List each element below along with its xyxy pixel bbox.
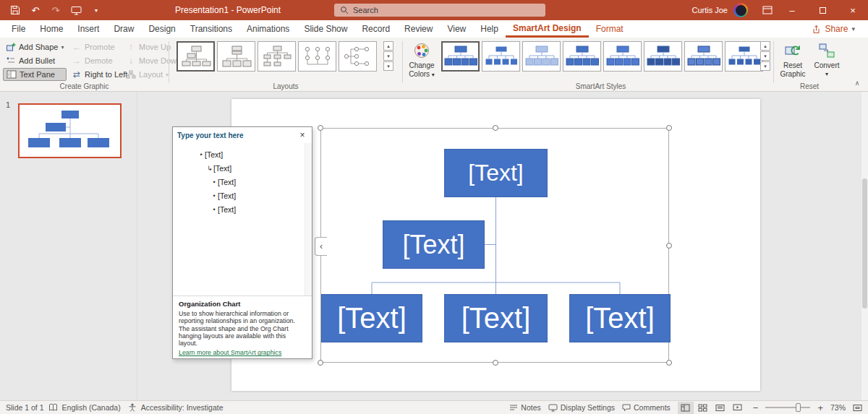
demote-button[interactable]: → Demote <box>69 54 130 67</box>
layout-name: Organization Chart <box>179 300 306 308</box>
tab-design[interactable]: Design <box>141 20 182 38</box>
smartart-selection-frame[interactable]: [Text] [Text] [Text] [Text] [Text] <box>320 128 669 363</box>
convert-button[interactable]: Convert ▾ <box>810 40 843 87</box>
layout-thumbnail-1[interactable] <box>176 41 215 72</box>
display-settings-button[interactable]: Display Settings <box>548 403 615 412</box>
user-name[interactable]: Curtis Joe <box>692 6 728 14</box>
add-shape-button[interactable]: Add Shape ▾ <box>3 40 67 53</box>
text-pane-button[interactable]: Text Pane <box>3 68 67 81</box>
canvas-scrollbar[interactable] <box>861 92 868 400</box>
title-bar: ↶ ↷ ▾ Presentation1 - PowerPoint Search … <box>0 0 868 20</box>
layout-thumbnail-4[interactable] <box>298 41 336 72</box>
smartart-style-thumbnail-4[interactable] <box>563 41 601 72</box>
promote-button[interactable]: ← Promote <box>69 40 130 53</box>
selection-handle-bottom-left[interactable] <box>318 360 323 366</box>
layout-thumbnail-3[interactable] <box>258 41 296 72</box>
selection-handle-top-right[interactable] <box>666 125 672 131</box>
tab-help[interactable]: Help <box>473 20 506 38</box>
avatar[interactable] <box>733 3 748 17</box>
text-pane-item[interactable]: • [Text] <box>173 202 312 216</box>
zoom-level[interactable]: 73% <box>830 403 846 412</box>
selection-handle-top-left[interactable] <box>318 125 323 131</box>
slideshow-view-button[interactable] <box>730 402 746 414</box>
zoom-slider-thumb[interactable] <box>796 403 801 412</box>
smartart-shape-bottom-3[interactable]: [Text] <box>569 294 671 342</box>
layouts-more-button[interactable]: ▾ <box>383 61 393 71</box>
tab-animations[interactable]: Animations <box>239 20 297 38</box>
text-pane-item[interactable]: • [Text] <box>173 147 312 161</box>
smartart-shape-top[interactable]: [Text] <box>444 149 548 197</box>
minimize-button[interactable]: – <box>777 0 807 20</box>
zoom-out-button[interactable]: − <box>753 402 759 413</box>
smartart-style-thumbnail-6[interactable] <box>644 41 682 72</box>
smartart-style-thumbnail-2[interactable] <box>482 41 520 72</box>
add-bullet-button[interactable]: Add Bullet <box>3 54 67 67</box>
tab-transitions[interactable]: Transitions <box>183 20 239 38</box>
smartart-shape-bottom-1[interactable]: [Text] <box>321 294 422 342</box>
comments-button[interactable]: Comments <box>622 403 671 412</box>
tab-record[interactable]: Record <box>354 20 397 38</box>
fit-to-window-icon[interactable] <box>853 404 862 412</box>
normal-view-button[interactable] <box>678 402 694 414</box>
reset-graphic-button[interactable]: Reset Graphic <box>776 40 809 87</box>
right-to-left-button[interactable]: ⇄ Right to Left <box>69 68 130 81</box>
styles-scroll-down-button[interactable]: ▾ <box>760 51 770 61</box>
layout-thumbnail-5[interactable] <box>339 41 377 72</box>
close-button[interactable]: × <box>838 0 868 20</box>
redo-icon[interactable]: ↷ <box>49 4 62 17</box>
text-pane-close-icon[interactable]: × <box>297 130 307 140</box>
layouts-scroll-up-button[interactable]: ▴ <box>383 41 393 51</box>
layout-thumbnail-2[interactable] <box>217 41 255 72</box>
learn-more-link[interactable]: Learn more about SmartArt graphics <box>179 349 306 356</box>
tab-insert[interactable]: Insert <box>70 20 106 38</box>
smartart-style-thumbnail-3[interactable] <box>522 41 561 72</box>
text-pane-toggle-button[interactable]: ‹ <box>315 237 327 256</box>
tab-view[interactable]: View <box>440 20 473 38</box>
zoom-slider[interactable] <box>765 407 810 408</box>
proofing-icon[interactable] <box>48 403 58 412</box>
text-pane-scrollbar[interactable] <box>305 143 312 296</box>
smartart-shape-assistant[interactable]: [Text] <box>383 220 485 269</box>
tab-review[interactable]: Review <box>397 20 440 38</box>
smartart-style-thumbnail-8[interactable] <box>725 41 763 72</box>
undo-icon[interactable]: ↶ <box>29 4 42 17</box>
start-slideshow-icon[interactable] <box>69 4 82 17</box>
slide-sorter-view-button[interactable] <box>695 402 711 414</box>
tab-draw[interactable]: Draw <box>106 20 141 38</box>
tab-slide-show[interactable]: Slide Show <box>297 20 354 38</box>
maximize-button[interactable] <box>807 0 838 20</box>
collapse-ribbon-button[interactable]: ∧ <box>851 78 864 88</box>
customize-qat-chevron-icon[interactable]: ▾ <box>90 4 103 17</box>
change-colors-button[interactable]: Change Colors ▾ <box>405 40 438 87</box>
selection-handle-right[interactable] <box>666 243 672 249</box>
smartart-style-thumbnail-1[interactable] <box>441 41 480 72</box>
selection-handle-bottom-right[interactable] <box>666 360 672 366</box>
text-pane-item[interactable]: ↳ [Text] <box>173 161 312 175</box>
search-input[interactable]: Search <box>334 4 545 17</box>
smartart-style-thumbnail-5[interactable] <box>603 41 642 72</box>
tab-home[interactable]: Home <box>33 20 70 38</box>
selection-handle-bottom[interactable] <box>493 360 498 366</box>
smartart-shape-bottom-2[interactable]: [Text] <box>444 294 548 342</box>
slide-indicator[interactable]: Slide 1 of 1 <box>6 403 44 412</box>
language-button[interactable]: English (Canada) <box>62 403 121 412</box>
save-icon[interactable] <box>9 4 22 17</box>
text-pane-item[interactable]: • [Text] <box>173 175 312 189</box>
notes-button[interactable]: Notes <box>509 403 540 412</box>
zoom-in-button[interactable]: + <box>817 402 823 413</box>
tab-file[interactable]: File <box>4 20 33 38</box>
styles-more-button[interactable]: ▾ <box>760 61 770 71</box>
ribbon-display-options-icon[interactable] <box>758 0 777 20</box>
text-pane-list[interactable]: • [Text] ↳ [Text] • [Text] • [Text] • <box>173 143 312 296</box>
tab-format[interactable]: Format <box>589 20 631 38</box>
slide-thumbnail[interactable] <box>18 103 122 158</box>
tab-smartart-design[interactable]: SmartArt Design <box>506 20 589 38</box>
layouts-scroll-down-button[interactable]: ▾ <box>383 51 393 61</box>
reading-view-button[interactable] <box>712 402 728 414</box>
selection-handle-top[interactable] <box>493 125 498 131</box>
smartart-style-thumbnail-7[interactable] <box>684 41 723 72</box>
share-button[interactable]: Share ▾ <box>812 20 855 38</box>
accessibility-button[interactable]: Accessibility: Investigate <box>141 403 224 412</box>
text-pane-item[interactable]: • [Text] <box>173 189 312 202</box>
styles-scroll-up-button[interactable]: ▴ <box>760 41 770 51</box>
